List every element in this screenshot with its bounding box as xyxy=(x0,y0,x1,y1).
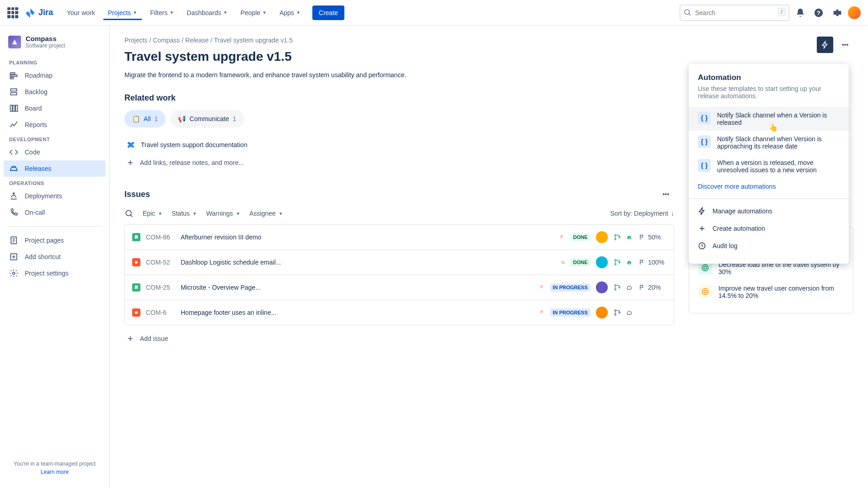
sidebar-backlog[interactable]: Backlog xyxy=(4,84,106,100)
plus-icon xyxy=(698,224,706,233)
priority-icon: 〃 xyxy=(538,308,545,317)
target-icon xyxy=(698,285,712,298)
braces-icon: { } xyxy=(698,135,711,148)
priority-icon: 〃 xyxy=(558,233,565,241)
issues-title: Issues xyxy=(124,190,150,199)
issue-key: COM-25 xyxy=(146,284,175,291)
goal-item[interactable]: Improve new travel user conversion from … xyxy=(698,280,844,304)
dev-status-icons xyxy=(613,233,633,241)
sidebar-oncall[interactable]: On-call xyxy=(4,204,106,221)
plus-icon xyxy=(126,159,134,167)
related-link[interactable]: Travel system support documentation xyxy=(124,136,674,154)
nav-people[interactable]: People▼ xyxy=(236,5,272,20)
create-button[interactable]: Create xyxy=(312,5,344,20)
project-type: Software project xyxy=(26,42,65,49)
search-input[interactable] xyxy=(680,5,789,21)
nav-dashboards[interactable]: Dashboards▼ xyxy=(182,5,232,20)
plus-icon xyxy=(126,334,134,343)
svg-point-23 xyxy=(615,289,616,290)
sidebar-shortcut[interactable]: Add shortcut xyxy=(4,249,106,265)
sort-by[interactable]: Sort by: Deployment ↓ xyxy=(610,210,674,217)
app-switcher-icon[interactable] xyxy=(7,7,18,18)
project-header[interactable]: Compass Software project xyxy=(4,33,106,56)
search-shortcut: / xyxy=(778,8,786,16)
automation-button[interactable] xyxy=(817,37,833,53)
svg-rect-7 xyxy=(11,93,16,95)
assignee-avatar[interactable] xyxy=(596,307,608,318)
status-badge: IN PROGRESS xyxy=(550,308,590,317)
filter-epic[interactable]: Epic▼ xyxy=(143,210,162,217)
issue-key: COM-6 xyxy=(146,309,175,316)
issues-more-icon[interactable]: ••• xyxy=(658,186,674,202)
assignee-avatar[interactable] xyxy=(596,281,608,293)
automation-subtitle: Use these templates to start setting up … xyxy=(698,85,840,100)
issue-row[interactable]: COM-25 Microsite - Overview Page... 〃 IN… xyxy=(125,275,674,300)
user-avatar[interactable] xyxy=(848,6,861,19)
create-automation[interactable]: Create automation xyxy=(698,220,840,237)
tab-all[interactable]: 📋All1 xyxy=(124,110,166,127)
help-icon[interactable]: ? xyxy=(811,5,826,20)
breadcrumb[interactable]: Projects / Compass / Release / Travel sy… xyxy=(124,37,674,44)
sidebar-reports[interactable]: Reports xyxy=(4,117,106,133)
issue-row[interactable]: COM-86 Afterburner revision III demo 〃 D… xyxy=(125,225,674,250)
settings-icon[interactable] xyxy=(830,5,844,20)
related-work-title: Related work xyxy=(124,93,674,103)
svg-point-25 xyxy=(135,311,138,314)
svg-point-14 xyxy=(126,210,131,216)
assignee-avatar[interactable] xyxy=(596,231,608,243)
sidebar-settings[interactable]: Project settings xyxy=(4,265,106,281)
nav-filters[interactable]: Filters▼ xyxy=(145,5,178,20)
nav-apps[interactable]: Apps▼ xyxy=(275,5,305,20)
sidebar-pages[interactable]: Project pages xyxy=(4,232,106,249)
audit-log[interactable]: Audit log xyxy=(698,237,840,255)
svg-point-33 xyxy=(702,288,708,295)
filter-warnings[interactable]: Warnings▼ xyxy=(206,210,241,217)
nav-projects[interactable]: Projects▼ xyxy=(103,5,142,20)
issue-row[interactable]: COM-6 Homepage footer uses an inline... … xyxy=(125,300,674,325)
priority-icon: 〃 xyxy=(538,283,545,292)
svg-text:?: ? xyxy=(817,9,820,16)
manage-automations[interactable]: Manage automations xyxy=(698,202,840,220)
add-link-button[interactable]: Add links, release notes, and more... xyxy=(124,154,674,171)
description: Migrate the frontend to a modern framewo… xyxy=(124,71,674,79)
logo-text: Jira xyxy=(38,8,53,17)
more-actions-icon[interactable]: ••• xyxy=(837,37,853,53)
svg-point-16 xyxy=(615,239,616,240)
issue-row[interactable]: COM-52 Dashloop Logistic schedule email.… xyxy=(125,250,674,275)
section-operations: OPERATIONS xyxy=(4,177,106,188)
automation-title: Automation xyxy=(698,73,840,82)
automation-template[interactable]: { }Notify Slack channel when Version is … xyxy=(698,131,840,154)
assignee-avatar[interactable] xyxy=(596,256,608,268)
filter-assignee[interactable]: Assignee▼ xyxy=(249,210,283,217)
svg-rect-4 xyxy=(11,75,17,76)
automation-template[interactable]: { }When a version is released, move unre… xyxy=(698,154,840,178)
tab-communicate[interactable]: 📢Communicate1 xyxy=(170,110,244,127)
filter-status[interactable]: Status▼ xyxy=(171,210,197,217)
issue-key: COM-86 xyxy=(146,233,175,241)
svg-point-27 xyxy=(615,314,616,315)
search-box: / xyxy=(680,5,789,21)
automation-template[interactable]: { }Notify Slack channel when a Version i… xyxy=(689,107,849,131)
status-badge: IN PROGRESS xyxy=(550,283,590,292)
sidebar-releases[interactable]: Releases xyxy=(4,160,106,177)
status-badge: DONE xyxy=(570,258,590,266)
notifications-icon[interactable] xyxy=(793,5,808,20)
svg-point-21 xyxy=(619,262,620,263)
issue-type-bug-icon xyxy=(132,258,140,266)
discover-automations-link[interactable]: Discover more automations xyxy=(698,178,840,195)
sidebar-deployments[interactable]: Deployments xyxy=(4,188,106,204)
search-issues-icon[interactable] xyxy=(124,209,134,218)
svg-point-24 xyxy=(619,287,620,288)
issue-type-bug-icon xyxy=(132,308,140,317)
learn-more-link[interactable]: Learn more xyxy=(9,469,100,475)
related-link-text: Travel system support documentation xyxy=(141,141,247,149)
sidebar-code[interactable]: Code xyxy=(4,144,106,160)
section-development: DEVELOPMENT xyxy=(4,133,106,144)
svg-rect-3 xyxy=(11,73,15,74)
nav-your-work[interactable]: Your work xyxy=(62,5,100,20)
priority-icon: ≈ xyxy=(562,259,565,266)
sidebar-roadmap[interactable]: Roadmap xyxy=(4,67,106,84)
add-issue-button[interactable]: Add issue xyxy=(124,330,674,347)
jira-logo[interactable]: Jira xyxy=(26,8,53,18)
sidebar-board[interactable]: Board xyxy=(4,100,106,117)
